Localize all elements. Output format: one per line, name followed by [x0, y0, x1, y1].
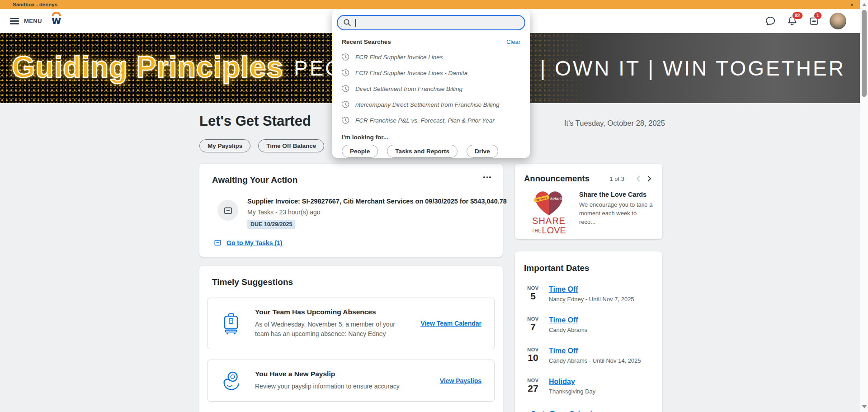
date-day: 10	[524, 352, 542, 363]
clear-recent-searches-button[interactable]: Clear	[506, 38, 520, 45]
luggage-icon	[222, 312, 241, 335]
important-dates-card: Important Dates NOV 5 Time Off Nancy Edn…	[515, 251, 662, 412]
notifications-button[interactable]: 82	[786, 15, 798, 27]
time-off-link[interactable]: Time Off	[549, 285, 578, 293]
inbox-badge: 1	[814, 12, 822, 20]
timely-card-title: Timely Suggestions	[212, 277, 495, 287]
date-entry: NOV 5 Time Off Nancy Edney - Until Nov 7…	[524, 285, 653, 303]
date-subtitle: Candy Abrams - Until Nov 14, 2025	[549, 357, 641, 364]
search-icon	[343, 19, 351, 27]
date-month: NOV	[524, 347, 542, 352]
time-off-link[interactable]: Time Off	[549, 316, 578, 324]
search-filter-tasks-reports-button[interactable]: Tasks and Reports	[387, 145, 458, 158]
inbox-tray-icon	[223, 205, 233, 216]
view-payslips-link[interactable]: View Payslips	[440, 377, 481, 384]
search-filter-people-button[interactable]: People	[342, 145, 378, 158]
date-day: 7	[524, 322, 542, 332]
text-cursor	[355, 19, 356, 27]
announcement-item[interactable]: Denny's keke's SHARE THELOVE Share the L…	[524, 189, 653, 235]
holiday-link[interactable]: Holiday	[549, 378, 575, 385]
history-icon	[342, 69, 349, 77]
suggestion-body: Review your payslip information to ensur…	[255, 382, 428, 391]
date-month: NOV	[524, 316, 542, 322]
history-icon	[342, 101, 349, 109]
date-subtitle: Candy Abrams	[549, 327, 587, 333]
date-entry: NOV 7 Time Off Candy Abrams	[524, 316, 653, 333]
history-icon	[342, 117, 349, 124]
date-month: NOV	[524, 285, 542, 291]
banner-headline: Guiding Principles	[12, 49, 283, 84]
scrollbar-thumb[interactable]	[862, 10, 867, 97]
workday-logo-letter: w	[52, 17, 61, 24]
suggestion-upcoming-absences: Your Team Has Upcoming Absences As of We…	[208, 298, 495, 349]
banner-text-right: LD | OWN IT | WIN TOGETHER	[502, 56, 845, 81]
suggestion-body: As of Wednesday, November 5, a member of…	[255, 320, 409, 339]
close-icon[interactable]: ×	[850, 2, 854, 8]
chat-button[interactable]	[764, 15, 776, 27]
date-subtitle: Thanksgiving Day	[549, 388, 595, 395]
date-subtitle: Nancy Edney - Until Nov 7, 2025	[549, 296, 634, 303]
task-list-item[interactable]: Supplier Invoice: SI-29827667, Citi Merc…	[217, 198, 490, 229]
recent-search-item[interactable]: FCR Franchise P&L vs. Forecast, Plan & P…	[342, 117, 520, 124]
due-date-badge: DUE 10/29/2025	[247, 220, 295, 229]
scroll-down-arrow-icon[interactable]	[862, 405, 867, 408]
chat-icon	[764, 15, 776, 27]
search-dropdown-panel: Recent Searches Clear FCR Find Supplier …	[332, 9, 530, 158]
page-title: Let's Get Started	[199, 113, 311, 129]
go-to-team-calendar-link[interactable]: Go to Team Calendar	[531, 409, 599, 412]
quick-action-time-off-balance[interactable]: Time Off Balance	[258, 139, 324, 152]
workday-logo[interactable]: w	[52, 12, 61, 24]
date-day: 5	[524, 291, 542, 302]
current-date-text: It's Tuesday, October 28, 2025	[564, 119, 665, 128]
recent-searches-title: Recent Searches	[342, 38, 506, 45]
announcements-title: Announcements	[524, 174, 609, 184]
announcements-card: Announcements 1 of 3 Denny's keke's SHAR…	[515, 164, 662, 239]
related-actions-button[interactable]	[483, 176, 491, 178]
date-month: NOV	[524, 378, 542, 383]
awaiting-your-action-card: Awaiting Your Action Supplier Invoice: S…	[199, 164, 503, 257]
announcements-pagination: 1 of 3	[609, 175, 624, 182]
suggestion-title: You Have a New Payslip	[255, 370, 428, 378]
search-filter-drive-button[interactable]: Drive	[467, 145, 498, 158]
sandbox-title: Sandbox - dennys	[13, 2, 57, 7]
announcement-title: Share the Love Cards	[579, 191, 653, 198]
important-dates-title: Important Dates	[524, 263, 653, 273]
payslip-coins-icon	[220, 370, 242, 391]
menu-button[interactable]: MENU	[10, 9, 42, 33]
history-icon	[342, 85, 349, 93]
recent-search-item[interactable]: FCR Find Supplier Invoice Lines - Damita	[342, 69, 520, 77]
header-divider	[40, 9, 40, 33]
looking-for-label: I'm looking for...	[342, 134, 520, 141]
time-off-link[interactable]: Time Off	[549, 347, 578, 355]
chevron-right-icon[interactable]	[645, 175, 653, 183]
chevron-left-icon[interactable]	[634, 175, 642, 183]
recent-search-item[interactable]: ntercompany Direct Settlement from Franc…	[342, 101, 520, 109]
go-to-my-tasks[interactable]: Go to My Tasks (1)	[213, 238, 282, 247]
task-icon-circle	[217, 200, 238, 221]
date-day: 27	[524, 383, 542, 394]
menu-label: MENU	[24, 18, 42, 24]
my-tasks-button[interactable]: 1	[808, 15, 820, 27]
search-input[interactable]	[360, 19, 519, 26]
hamburger-icon	[10, 18, 19, 24]
suggestion-new-payslip: You Have a New Payslip Review your paysl…	[208, 360, 495, 402]
kekes-brand-label: keke's	[550, 196, 562, 201]
timely-suggestions-card: Timely Suggestions Your Team Has Upcomin…	[199, 266, 503, 412]
search-box[interactable]	[337, 15, 525, 30]
sandbox-titlebar: Sandbox - dennys ×	[0, 0, 860, 9]
date-entry: NOV 10 Time Off Candy Abrams - Until Nov…	[524, 347, 653, 364]
profile-avatar[interactable]	[830, 13, 846, 29]
scroll-up-arrow-icon[interactable]	[862, 3, 867, 6]
date-entry: NOV 27 Holiday Thanksgiving Day	[524, 378, 653, 395]
quick-action-my-payslips[interactable]: My Payslips	[199, 139, 250, 152]
go-to-my-tasks-link[interactable]: Go to My Tasks (1)	[226, 239, 282, 246]
view-team-calendar-link[interactable]: View Team Calendar	[420, 320, 481, 327]
inbox-tray-icon	[213, 238, 222, 247]
history-icon	[342, 53, 349, 61]
the-love-text: THELOVE	[524, 226, 574, 235]
suggestion-title: Your Team Has Upcoming Absences	[255, 308, 409, 316]
recent-search-item[interactable]: Direct Settlement from Franchise Billing	[342, 85, 520, 93]
recent-search-item[interactable]: FCR Find Supplier Invoice Lines	[342, 53, 520, 61]
vertical-scrollbar[interactable]	[860, 0, 868, 412]
heart-icon	[529, 189, 568, 216]
